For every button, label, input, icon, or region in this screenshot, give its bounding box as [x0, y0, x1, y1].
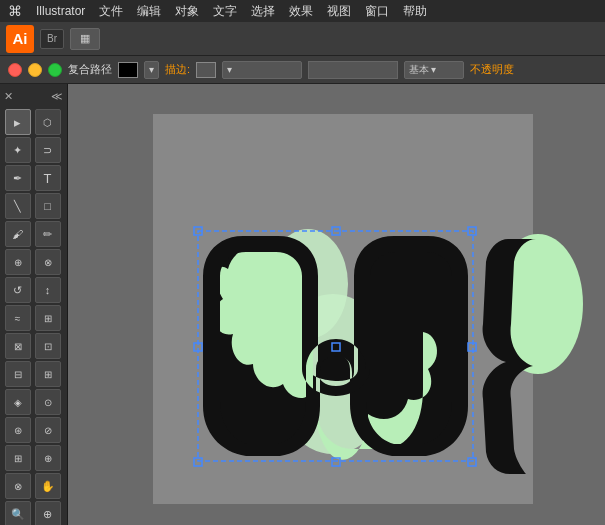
stroke-dropdown[interactable]: ▾ [222, 61, 302, 79]
menu-select[interactable]: 选择 [251, 3, 275, 20]
lasso-tool[interactable]: ⊃ [35, 137, 61, 163]
traffic-light-close[interactable] [8, 63, 22, 77]
stroke-input[interactable] [308, 61, 398, 79]
canvas-area[interactable] [68, 84, 605, 525]
graph-tool[interactable]: ⊞ [5, 445, 31, 471]
warp-tool[interactable]: ≈ [5, 305, 31, 331]
menu-window[interactable]: 窗口 [365, 3, 389, 20]
gradient-tool[interactable]: ◈ [5, 389, 31, 415]
direct-selection-tool[interactable]: ⬡ [35, 109, 61, 135]
main-area: ✕ ≪ ▸ ⬡ ✦ ⊃ ✒ T ╲ □ 🖌 ✏ ⊕ ⊗ ↺ ↕ ≈ [0, 84, 605, 525]
blend-tool[interactable]: ⊛ [5, 417, 31, 443]
toolbox-header: ✕ ≪ [0, 88, 67, 105]
artboard-tool[interactable]: ⊕ [35, 445, 61, 471]
toolbar-row1: Ai Br ▦ [0, 22, 605, 56]
toolbox-collapse[interactable]: ≪ [51, 90, 63, 103]
line-tool[interactable]: ╲ [5, 193, 31, 219]
menubar: ⌘ Illustrator 文件 编辑 对象 文字 选择 效果 视图 窗口 帮助 [0, 0, 605, 22]
menu-illustrator[interactable]: Illustrator [36, 4, 85, 18]
basic-label: 基本 [409, 63, 429, 77]
traffic-light-zoom[interactable] [48, 63, 62, 77]
menu-view[interactable]: 视图 [327, 3, 351, 20]
opacity-label[interactable]: 不透明度 [470, 62, 514, 77]
eyedropper-tool[interactable]: ⊙ [35, 389, 61, 415]
stroke-swatch[interactable] [196, 62, 216, 78]
symbol-sprayer-tool[interactable]: ⊘ [35, 417, 61, 443]
menu-effect[interactable]: 效果 [289, 3, 313, 20]
artwork-svg [68, 84, 605, 525]
fill-swatch[interactable] [118, 62, 138, 78]
live-paint-tool[interactable]: ⊡ [35, 333, 61, 359]
toolbox: ✕ ≪ ▸ ⬡ ✦ ⊃ ✒ T ╲ □ 🖌 ✏ ⊕ ⊗ ↺ ↕ ≈ [0, 84, 68, 525]
path-label: 复合路径 [68, 62, 112, 77]
scale-tool[interactable]: ↕ [35, 277, 61, 303]
rect-tool[interactable]: □ [35, 193, 61, 219]
extra-tool[interactable]: ⊕ [35, 501, 61, 525]
pencil-tool[interactable]: ✏ [35, 221, 61, 247]
hand-tool[interactable]: ✋ [35, 473, 61, 499]
zoom-tool[interactable]: 🔍 [5, 501, 31, 525]
menu-help[interactable]: 帮助 [403, 3, 427, 20]
basic-dropdown[interactable]: 基本▾ [404, 61, 464, 79]
br-logo[interactable]: Br [40, 29, 64, 49]
rotate-tool[interactable]: ↺ [5, 277, 31, 303]
free-transform-tool[interactable]: ⊞ [35, 305, 61, 331]
paintbrush-tool[interactable]: 🖌 [5, 221, 31, 247]
toolbox-close[interactable]: ✕ [4, 90, 13, 103]
traffic-light-minimize[interactable] [28, 63, 42, 77]
eraser-tool[interactable]: ⊗ [35, 249, 61, 275]
menu-edit[interactable]: 编辑 [137, 3, 161, 20]
toolbar-properties: 复合路径 ▾ 描边: ▾ 基本▾ 不透明度 [0, 56, 605, 84]
apple-menu[interactable]: ⌘ [8, 3, 22, 19]
perspective-tool[interactable]: ⊟ [5, 361, 31, 387]
magic-wand-tool[interactable]: ✦ [5, 137, 31, 163]
pen-tool[interactable]: ✒ [5, 165, 31, 191]
type-tool[interactable]: T [35, 165, 61, 191]
menu-object[interactable]: 对象 [175, 3, 199, 20]
tool-grid: ▸ ⬡ ✦ ⊃ ✒ T ╲ □ 🖌 ✏ ⊕ ⊗ ↺ ↕ ≈ ⊞ ⊠ ⊡ [1, 109, 67, 525]
selection-tool[interactable]: ▸ [5, 109, 31, 135]
workspace-btn[interactable]: ▦ [70, 28, 100, 50]
mesh-tool[interactable]: ⊞ [35, 361, 61, 387]
blob-brush-tool[interactable]: ⊕ [5, 249, 31, 275]
shape-builder-tool[interactable]: ⊠ [5, 333, 31, 359]
ai-logo: Ai [6, 25, 34, 53]
fill-dropdown[interactable]: ▾ [144, 61, 159, 79]
menu-text[interactable]: 文字 [213, 3, 237, 20]
slice-tool[interactable]: ⊗ [5, 473, 31, 499]
stroke-label: 描边: [165, 62, 190, 77]
menu-file[interactable]: 文件 [99, 3, 123, 20]
